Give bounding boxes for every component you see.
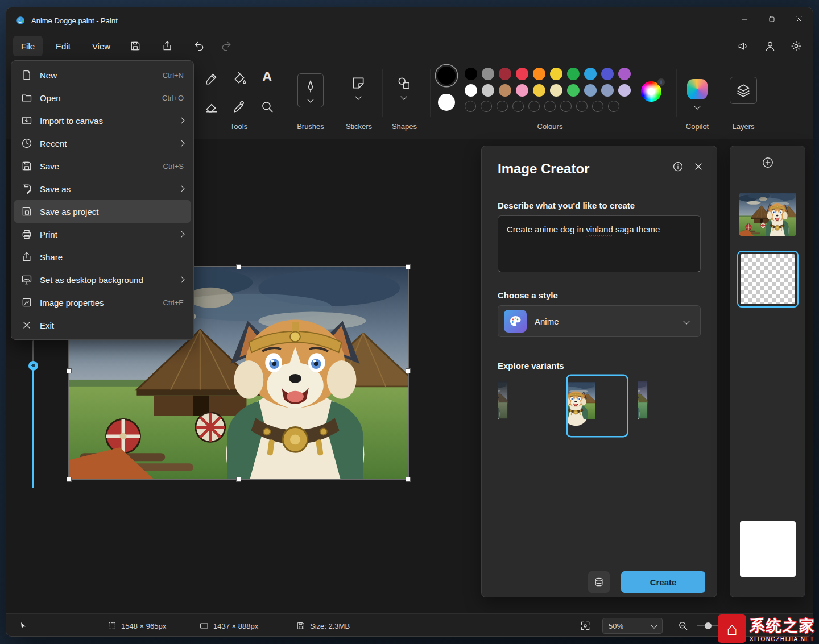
selection-handle-bottom-right[interactable] bbox=[406, 477, 411, 482]
background-layer-thumbnail[interactable] bbox=[740, 521, 796, 577]
color-swatch[interactable] bbox=[618, 84, 631, 97]
color-swatch[interactable] bbox=[499, 84, 511, 97]
selection-handle-bottom-mid[interactable] bbox=[236, 477, 241, 482]
empty-color-slot[interactable] bbox=[512, 101, 524, 112]
color-swatch[interactable] bbox=[567, 68, 580, 80]
prompt-text: Create anime dog in bbox=[507, 225, 586, 234]
color-swatch[interactable] bbox=[601, 68, 614, 80]
file-menu-item-open[interactable]: Open Ctrl+O bbox=[14, 86, 191, 109]
empty-color-slot[interactable] bbox=[497, 101, 508, 112]
file-menu-item-recent[interactable]: Recent bbox=[14, 132, 191, 155]
recent-clock-icon bbox=[21, 138, 32, 149]
empty-color-slot[interactable] bbox=[576, 101, 588, 112]
credits-coins-button[interactable] bbox=[588, 571, 610, 593]
fill-tool[interactable] bbox=[232, 71, 247, 86]
window-title: Anime Dogge.paint - Paint bbox=[31, 16, 118, 25]
redo-button[interactable] bbox=[216, 36, 237, 56]
zoom-slider-handle[interactable] bbox=[705, 622, 712, 629]
layer-thumbnail-selected[interactable] bbox=[737, 251, 799, 308]
file-menu-item-set-as-desktop-background[interactable]: Set as desktop background bbox=[14, 268, 191, 291]
color-swatch[interactable] bbox=[533, 84, 545, 97]
file-menu-item-save-as[interactable]: Save as bbox=[14, 177, 191, 200]
empty-color-slot[interactable] bbox=[592, 101, 603, 112]
file-menu-item-save-as-project[interactable]: Save as project bbox=[14, 200, 191, 223]
empty-color-slot[interactable] bbox=[544, 101, 556, 112]
disk-icon bbox=[296, 621, 305, 630]
color-swatch[interactable] bbox=[482, 84, 494, 97]
primary-color-swatch[interactable] bbox=[437, 67, 456, 85]
menu-view[interactable]: View bbox=[85, 36, 118, 56]
copilot-button[interactable] bbox=[687, 79, 708, 99]
file-menu-item-new[interactable]: New Ctrl+N bbox=[14, 64, 191, 86]
color-swatch[interactable] bbox=[533, 68, 545, 80]
file-menu-item-save[interactable]: Save Ctrl+S bbox=[14, 155, 191, 177]
minimize-button[interactable] bbox=[731, 7, 758, 31]
color-swatch[interactable] bbox=[465, 68, 477, 80]
empty-color-slot[interactable] bbox=[481, 101, 492, 112]
variant-thumbnail-1[interactable] bbox=[498, 376, 557, 436]
magnifier-tool[interactable] bbox=[260, 99, 275, 114]
selection-handle-mid-right[interactable] bbox=[406, 368, 411, 373]
color-swatch[interactable] bbox=[584, 84, 597, 97]
variant-thumbnail-3[interactable] bbox=[638, 376, 697, 436]
layers-button[interactable] bbox=[730, 77, 757, 104]
shapes-button[interactable] bbox=[390, 76, 418, 107]
selection-handle-mid-left[interactable] bbox=[67, 368, 72, 373]
layer-thumbnail-artwork[interactable] bbox=[739, 193, 796, 236]
close-button[interactable] bbox=[785, 7, 813, 31]
brushes-button[interactable] bbox=[297, 73, 324, 107]
color-swatch[interactable] bbox=[567, 84, 580, 97]
color-swatch[interactable] bbox=[482, 68, 494, 80]
file-menu-item-import-to-canvas[interactable]: Import to canvas bbox=[14, 109, 191, 132]
add-layer-button[interactable] bbox=[762, 156, 774, 169]
menu-item-shortcut: Ctrl+S bbox=[163, 162, 184, 171]
eraser-tool[interactable] bbox=[204, 99, 219, 114]
settings-gear-icon[interactable] bbox=[785, 36, 807, 56]
color-swatch[interactable] bbox=[550, 84, 562, 97]
empty-color-slot[interactable] bbox=[528, 101, 540, 112]
color-swatch[interactable] bbox=[516, 68, 528, 80]
account-icon[interactable] bbox=[759, 36, 781, 56]
file-menu-item-image-properties[interactable]: Image properties Ctrl+E bbox=[14, 291, 191, 314]
menu-file[interactable]: File bbox=[13, 36, 43, 56]
color-picker-tool[interactable] bbox=[232, 99, 247, 114]
style-select[interactable]: Anime bbox=[498, 305, 701, 337]
file-menu-item-exit[interactable]: Exit bbox=[14, 314, 191, 336]
fit-to-screen-button[interactable] bbox=[580, 614, 591, 637]
info-icon[interactable] bbox=[672, 161, 684, 172]
add-color-icon[interactable]: + bbox=[657, 78, 665, 86]
menu-item-label: Open bbox=[40, 93, 61, 103]
color-swatch[interactable] bbox=[516, 84, 528, 97]
feedback-icon[interactable] bbox=[732, 36, 754, 56]
color-swatch[interactable] bbox=[601, 84, 614, 97]
empty-color-slot[interactable] bbox=[465, 101, 476, 112]
color-swatch[interactable] bbox=[465, 84, 477, 97]
zoom-level-dropdown[interactable]: 50% bbox=[602, 618, 663, 634]
text-tool[interactable]: A bbox=[262, 69, 272, 85]
quick-save-button[interactable] bbox=[125, 36, 146, 56]
panel-close-icon[interactable] bbox=[693, 161, 704, 172]
color-swatch[interactable] bbox=[584, 68, 597, 80]
secondary-color-swatch[interactable] bbox=[438, 94, 455, 111]
quick-share-button[interactable] bbox=[156, 36, 178, 56]
selection-handle-top-mid[interactable] bbox=[236, 264, 241, 269]
selection-handle-bottom-left[interactable] bbox=[67, 477, 72, 482]
maximize-button[interactable] bbox=[758, 7, 785, 31]
prompt-input[interactable]: Create anime dog in vinland saga theme bbox=[498, 215, 701, 272]
create-button[interactable]: Create bbox=[621, 571, 705, 593]
empty-color-slot[interactable] bbox=[608, 101, 619, 112]
undo-button[interactable] bbox=[188, 36, 210, 56]
menu-edit[interactable]: Edit bbox=[47, 36, 79, 56]
file-menu-item-print[interactable]: Print bbox=[14, 223, 191, 246]
color-swatch[interactable] bbox=[550, 68, 562, 80]
variant-thumbnail-2-selected[interactable] bbox=[568, 376, 627, 436]
canvas-vertical-slider-handle[interactable] bbox=[28, 361, 38, 371]
selection-handle-top-right[interactable] bbox=[406, 264, 411, 269]
stickers-button[interactable] bbox=[344, 76, 373, 107]
empty-color-slot[interactable] bbox=[560, 101, 572, 112]
pencil-tool[interactable] bbox=[204, 71, 219, 86]
color-swatch[interactable] bbox=[499, 68, 511, 80]
zoom-out-button[interactable] bbox=[677, 614, 689, 637]
color-swatch[interactable] bbox=[618, 68, 631, 80]
file-menu-item-share[interactable]: Share bbox=[14, 246, 191, 268]
